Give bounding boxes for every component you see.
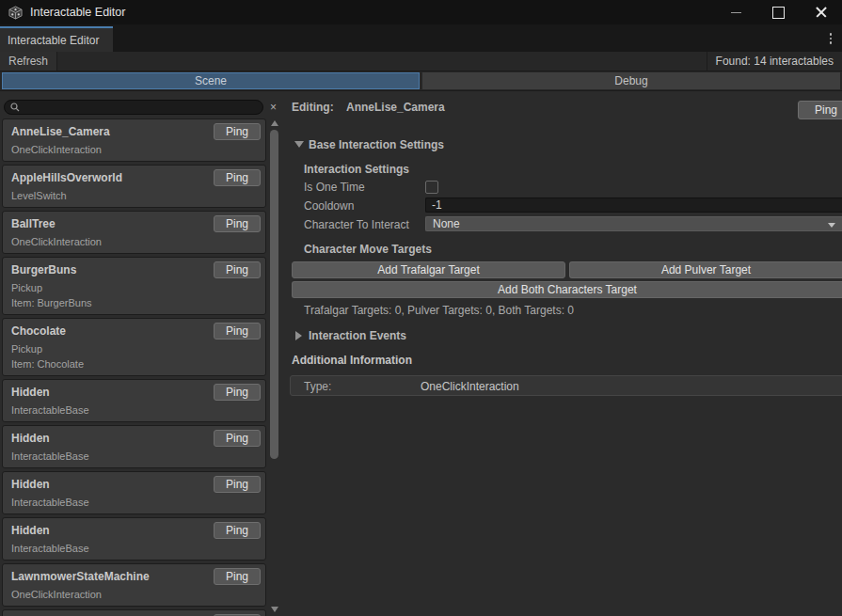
ping-button[interactable]: Ping — [214, 384, 261, 401]
search-clear-button[interactable]: × — [266, 100, 280, 115]
list-item[interactable]: HiddenPingInteractableBase — [2, 379, 266, 422]
list-item[interactable]: AnneLise_CameraPingOneClickInteraction — [2, 118, 266, 162]
found-count-label: Found: 14 interactables — [707, 52, 842, 71]
type-label: Type: — [304, 380, 331, 393]
tab-interactable-editor[interactable]: Interactable Editor — [0, 26, 113, 52]
refresh-button[interactable]: Refresh — [0, 52, 57, 71]
toolbar: Refresh Found: 14 interactables — [0, 52, 842, 71]
character-to-interact-dropdown[interactable]: None — [425, 216, 842, 231]
editing-label: Editing: — [292, 101, 334, 114]
minimize-icon — [731, 12, 741, 13]
chevron-down-icon — [828, 223, 835, 228]
interaction-settings-header: Interaction Settings — [304, 163, 409, 176]
editing-target-name: AnneLise_Camera — [346, 101, 445, 114]
title-bar: Interactable Editor — [0, 0, 842, 24]
item-type: OneClickInteraction — [3, 140, 265, 155]
base-settings-foldout[interactable]: Base Interaction Settings — [309, 138, 444, 151]
add-pulver-target-button[interactable]: Add Pulver Target — [569, 261, 842, 278]
list-item[interactable]: AppleHillsOverworldPingLevelSwitch — [2, 165, 266, 208]
list-item[interactable]: LawnmowerStateMachinePingOneClickInterac… — [2, 563, 266, 607]
ping-button[interactable]: Ping — [214, 430, 261, 447]
close-icon — [816, 7, 827, 18]
ping-button[interactable]: Ping — [214, 323, 261, 340]
list-item[interactable]: BurgerBunsPingPickupItem: BurgerBuns — [2, 257, 266, 315]
maximize-icon — [772, 7, 785, 19]
item-type: OneClickInteraction — [3, 585, 265, 600]
list-item[interactable]: HiddenPingInteractableBase — [2, 471, 266, 514]
type-value: OneClickInteraction — [421, 380, 519, 393]
ping-button[interactable]: Ping — [214, 215, 261, 232]
add-trafalgar-target-button[interactable]: Add Trafalgar Target — [292, 261, 565, 278]
ping-button[interactable]: Ping — [214, 476, 261, 493]
item-detail: Item: Chocolate — [3, 355, 265, 370]
search-input[interactable] — [24, 102, 262, 113]
item-type: Pickup — [3, 340, 265, 355]
list-item[interactable]: HiddenPingInteractableBase — [2, 425, 266, 468]
ping-button[interactable]: Ping — [214, 169, 261, 186]
content-area: × AnneLise_CameraPingOneClickInteraction… — [0, 91, 842, 616]
search-icon — [10, 103, 20, 112]
interactable-list-panel: × AnneLise_CameraPingOneClickInteraction… — [0, 91, 282, 616]
list-item[interactable]: LureSpotA_SlotPing — [2, 609, 266, 616]
list-item[interactable]: BallTreePingOneClickInteraction — [2, 211, 266, 254]
ping-button[interactable]: Ping — [214, 568, 261, 585]
inspector-ping-button[interactable]: Ping — [798, 101, 842, 119]
ping-button[interactable]: Ping — [214, 261, 261, 278]
tab-debug[interactable]: Debug — [422, 72, 840, 89]
vertical-scrollbar[interactable] — [268, 117, 282, 616]
kebab-menu-icon[interactable] — [824, 31, 837, 46]
item-type: InteractableBase — [3, 493, 265, 508]
type-info-row: Type: OneClickInteraction — [290, 375, 842, 396]
ping-button[interactable]: Ping — [214, 522, 261, 539]
dropdown-value: None — [433, 217, 460, 230]
interactable-list: AnneLise_CameraPingOneClickInteractionAp… — [0, 118, 268, 616]
item-type: LevelSwitch — [3, 186, 265, 201]
minimize-button[interactable] — [715, 0, 757, 24]
maximize-button[interactable] — [757, 0, 800, 24]
item-type: Pickup — [3, 278, 265, 293]
interactable-editor-window: Interactable Editor Interactable Editor … — [0, 0, 842, 616]
search-box[interactable] — [4, 100, 263, 115]
item-detail: Item: BurgerBuns — [3, 293, 265, 308]
item-type: InteractableBase — [3, 401, 265, 416]
item-type: InteractableBase — [3, 447, 265, 462]
list-item[interactable]: HiddenPingInteractableBase — [2, 517, 266, 561]
scroll-down-icon[interactable] — [271, 607, 278, 612]
tab-label: Interactable Editor — [8, 34, 99, 47]
is-one-time-checkbox[interactable] — [425, 181, 438, 194]
item-type: InteractableBase — [3, 539, 265, 554]
item-type: OneClickInteraction — [3, 232, 265, 247]
app-cube-icon — [8, 6, 23, 20]
ping-button[interactable]: Ping — [214, 123, 261, 140]
editor-tab-strip: Interactable Editor — [0, 24, 842, 52]
inspector-panel: Editing: AnneLise_Camera Ping Base Inter… — [282, 91, 842, 616]
list-item[interactable]: ChocolatePingPickupItem: Chocolate — [2, 318, 266, 376]
window-controls — [715, 0, 842, 24]
scroll-up-icon[interactable] — [271, 120, 278, 126]
view-tabs: Scene Debug — [0, 71, 842, 91]
cooldown-label: Cooldown — [304, 199, 354, 213]
add-both-characters-target-button[interactable]: Add Both Characters Target — [292, 281, 842, 298]
close-button[interactable] — [800, 0, 842, 24]
additional-information-header: Additional Information — [292, 354, 412, 367]
interaction-events-foldout[interactable]: Interaction Events — [309, 329, 406, 342]
cooldown-field[interactable]: -1 — [425, 197, 842, 213]
character-to-interact-label: Character To Interact — [304, 218, 409, 231]
add-target-button-row: Add Trafalgar Target Add Pulver Target — [292, 261, 842, 278]
scrollbar-thumb[interactable] — [270, 130, 278, 459]
window-title: Interactable Editor — [30, 6, 125, 19]
move-targets-header: Character Move Targets — [304, 243, 432, 256]
targets-summary: Trafalgar Targets: 0, Pulver Targets: 0,… — [304, 304, 574, 317]
foldout-closed-icon[interactable] — [295, 331, 302, 340]
tab-scene[interactable]: Scene — [2, 72, 420, 89]
foldout-open-icon[interactable] — [294, 141, 304, 148]
is-one-time-label: Is One Time — [304, 181, 365, 194]
